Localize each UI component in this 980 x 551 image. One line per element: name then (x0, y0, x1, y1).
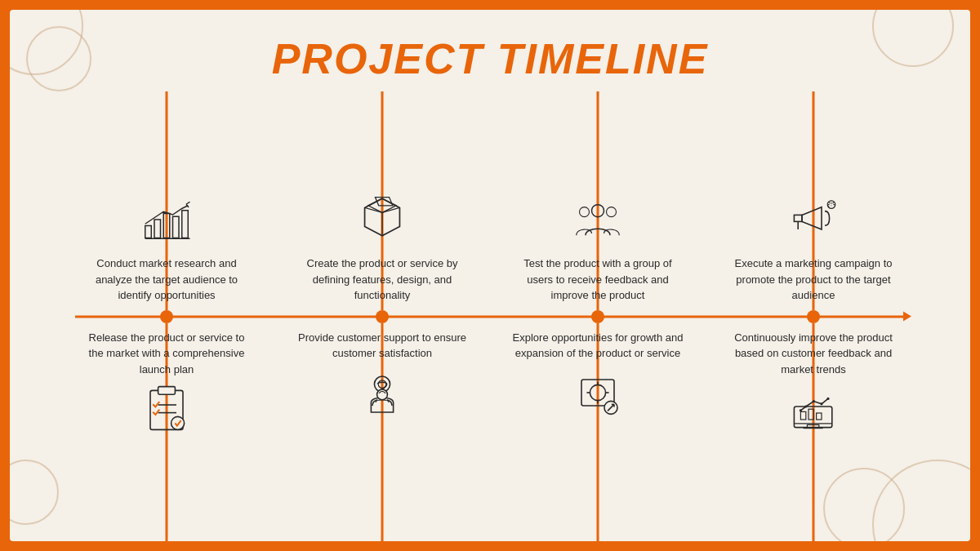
svg-point-52 (800, 409, 802, 411)
bottom-content-1: Release the product or service to the ma… (77, 330, 256, 542)
svg-rect-51 (817, 413, 822, 420)
bottom-content-2: Provide customer support to ensure custo… (292, 330, 472, 542)
deco-circle-tl2 (26, 26, 91, 91)
timeline-col-3: Test the product with a group of users t… (490, 91, 706, 541)
node-3 (591, 310, 604, 323)
inner-card: PROJECT TIMELINE (10, 10, 970, 541)
bottom-text-1: Release the product or service to the ma… (77, 330, 256, 378)
svg-point-53 (804, 405, 807, 407)
timeline-col-4: Execute a marketing campaign to promote … (706, 91, 921, 541)
svg-line-43 (833, 202, 834, 203)
timeline-area: Conduct market research and analyze the … (10, 91, 970, 541)
svg-point-23 (580, 207, 590, 217)
node-2 (376, 310, 389, 323)
timeline-col-1: Conduct market research and analyze the … (59, 91, 274, 541)
top-text-2: Create the product or service by definin… (292, 256, 472, 304)
checklist-icon (142, 385, 191, 438)
top-text-3: Test the product with a group of users t… (508, 256, 688, 304)
page-title: PROJECT TIMELINE (272, 34, 709, 83)
support-icon (358, 370, 407, 422)
top-text-1: Conduct market research and analyze the … (77, 256, 256, 304)
bottom-text-4: Continuously improve the product based o… (724, 330, 903, 378)
top-text-4: Execute a marketing campaign to promote … (724, 256, 903, 304)
svg-rect-50 (808, 409, 813, 420)
timeline-items: Conduct market research and analyze the … (10, 91, 970, 541)
svg-rect-9 (158, 387, 176, 395)
top-content-2: Create the product or service by definin… (292, 91, 472, 304)
svg-rect-35 (794, 215, 802, 221)
svg-point-55 (820, 402, 822, 405)
users-icon (573, 195, 622, 247)
svg-rect-4 (182, 211, 189, 238)
growth-icon (573, 370, 622, 422)
svg-point-12 (172, 416, 185, 429)
deco-circle-tr1 (872, 10, 954, 67)
svg-rect-2 (163, 214, 170, 238)
node-4 (807, 310, 820, 323)
svg-rect-3 (173, 216, 180, 238)
outer-border: PROJECT TIMELINE (0, 0, 980, 551)
bottom-content-4: Continuously improve the product based o… (724, 330, 903, 542)
top-content-4: Execute a marketing campaign to promote … (724, 91, 903, 304)
svg-line-5 (186, 202, 190, 204)
node-1 (160, 310, 173, 323)
svg-point-24 (607, 207, 617, 217)
timeline-col-2: Create the product or service by definin… (274, 91, 490, 541)
bottom-content-3: Explore opportunities for growth and exp… (508, 330, 688, 542)
bottom-text-3: Explore opportunities for growth and exp… (508, 330, 688, 362)
top-content-1: Conduct market research and analyze the … (77, 91, 256, 304)
svg-rect-49 (800, 411, 805, 420)
svg-rect-1 (154, 220, 161, 238)
top-content-3: Test the product with a group of users t… (508, 91, 688, 304)
svg-point-26 (590, 384, 605, 400)
svg-point-56 (826, 398, 829, 400)
svg-line-42 (829, 202, 830, 203)
product-icon (358, 195, 407, 247)
svg-point-54 (813, 400, 815, 402)
svg-point-20 (378, 380, 386, 388)
bottom-text-2: Provide customer support to ensure custo… (292, 330, 472, 362)
svg-rect-0 (145, 226, 152, 238)
svg-point-22 (592, 205, 604, 217)
analytics-icon (789, 385, 838, 438)
chart-icon (142, 195, 191, 247)
megaphone-icon (789, 195, 838, 247)
